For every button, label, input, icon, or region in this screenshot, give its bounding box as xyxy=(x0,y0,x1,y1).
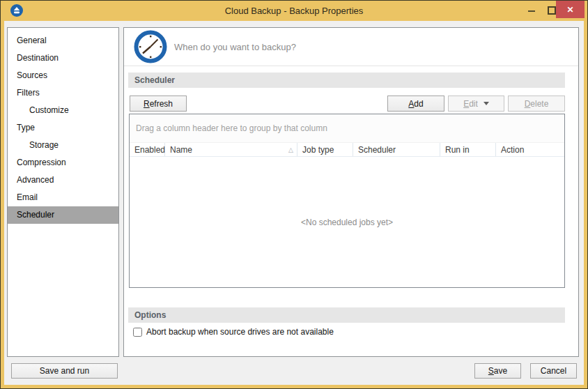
page-question: When do you want to backup? xyxy=(174,28,296,66)
add-button[interactable]: Add xyxy=(387,96,444,112)
column-header-run-in[interactable]: Run in xyxy=(440,143,496,156)
edit-label: E xyxy=(463,99,469,109)
refresh-label: R xyxy=(144,99,150,109)
column-header-scheduler[interactable]: Scheduler xyxy=(353,143,440,156)
sidebar: General Destination Sources Filters Cust… xyxy=(7,27,119,357)
dropdown-arrow-icon xyxy=(483,102,489,105)
page-header: When do you want to backup? xyxy=(124,28,578,66)
sidebar-item-sources[interactable]: Sources xyxy=(8,67,118,84)
column-header-name[interactable]: Name △ xyxy=(165,143,297,156)
sidebar-item-general[interactable]: General xyxy=(8,32,118,49)
sidebar-item-destination[interactable]: Destination xyxy=(8,49,118,67)
sidebar-item-email[interactable]: Email xyxy=(8,189,118,206)
abort-option-row: Abort backup when source drives are not … xyxy=(133,327,334,337)
clock-icon xyxy=(134,30,167,63)
sidebar-item-scheduler[interactable]: Scheduler xyxy=(8,206,118,224)
column-header-job-type[interactable]: Job type xyxy=(297,143,353,156)
main-panel: When do you want to backup? Scheduler Re… xyxy=(123,27,579,357)
sidebar-item-compression[interactable]: Compression xyxy=(8,154,118,171)
client-area: General Destination Sources Filters Cust… xyxy=(4,21,584,385)
abort-checkbox[interactable] xyxy=(133,328,142,337)
close-button[interactable]: ✕ xyxy=(556,1,585,18)
maximize-icon xyxy=(548,6,556,15)
backup-properties-window: Cloud Backup - Backup Properties ✕ Gener… xyxy=(0,0,588,389)
save-button[interactable]: Save xyxy=(474,363,521,379)
sidebar-item-filters[interactable]: Filters xyxy=(8,84,118,102)
delete-label: D xyxy=(525,99,531,109)
add-label: A xyxy=(408,99,414,109)
empty-table-message: <No scheduled jobs yet> xyxy=(301,218,393,227)
jobs-table: Drag a column header here to group by th… xyxy=(129,114,565,288)
minimize-button[interactable] xyxy=(524,3,539,17)
refresh-button[interactable]: Refresh xyxy=(130,96,187,112)
table-header-row: Enabled Name △ Job type Scheduler Run in… xyxy=(130,142,564,157)
sidebar-item-type[interactable]: Type xyxy=(8,119,118,137)
group-by-panel[interactable]: Drag a column header here to group by th… xyxy=(130,114,564,142)
table-body: <No scheduled jobs yet> xyxy=(130,157,564,287)
section-header-scheduler: Scheduler xyxy=(128,73,565,88)
sidebar-item-advanced[interactable]: Advanced xyxy=(8,171,118,189)
cancel-button[interactable]: Cancel xyxy=(530,363,577,379)
column-header-action[interactable]: Action xyxy=(496,143,564,156)
sidebar-item-customize[interactable]: Customize xyxy=(8,102,118,119)
close-icon: ✕ xyxy=(566,5,573,15)
sidebar-item-storage[interactable]: Storage xyxy=(8,137,118,154)
section-header-options: Options xyxy=(128,307,565,323)
delete-button[interactable]: Delete xyxy=(508,96,565,112)
titlebar[interactable]: Cloud Backup - Backup Properties ✕ xyxy=(1,1,587,21)
sort-ascending-icon: △ xyxy=(288,146,293,153)
minimize-icon xyxy=(528,10,535,12)
window-title: Cloud Backup - Backup Properties xyxy=(1,1,587,21)
edit-button[interactable]: Edit xyxy=(448,96,504,112)
column-header-enabled[interactable]: Enabled xyxy=(130,143,165,156)
save-and-run-button[interactable]: Save and run xyxy=(11,363,118,379)
abort-checkbox-label: Abort backup when source drives are not … xyxy=(146,327,334,337)
